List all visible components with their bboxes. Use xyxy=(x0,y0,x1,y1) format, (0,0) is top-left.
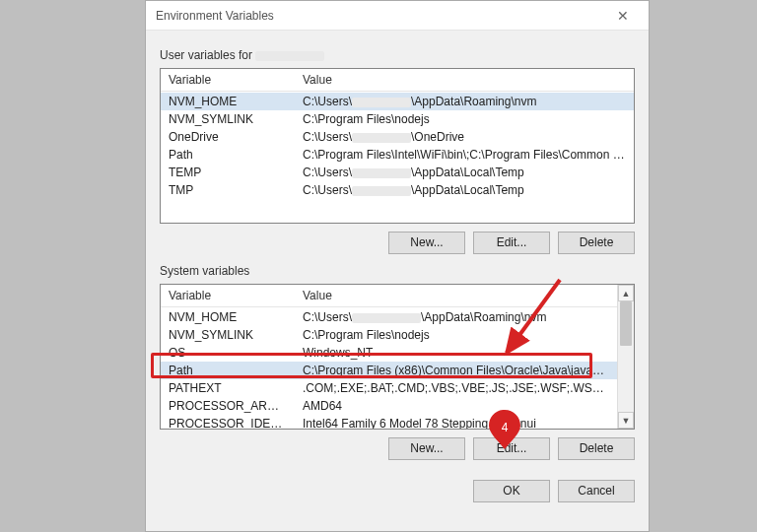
column-variable[interactable]: Variable xyxy=(161,69,295,91)
system-edit-button[interactable]: Edit... xyxy=(473,437,550,460)
variable-cell: TEMP xyxy=(161,165,295,180)
system-variables-list[interactable]: Variable Value NVM_HOMEC:\Users\\AppData… xyxy=(160,284,635,430)
table-row[interactable]: PROCESSOR_ARCHITECTU...AMD64 xyxy=(161,397,617,415)
variable-cell: OS xyxy=(161,345,295,361)
cancel-button[interactable]: Cancel xyxy=(558,480,635,502)
table-row[interactable]: NVM_HOMEC:\Users\\AppData\Roaming\nvm xyxy=(161,93,634,110)
system-new-button[interactable]: New... xyxy=(388,437,465,460)
redacted-username xyxy=(255,51,324,61)
system-list-header[interactable]: Variable Value xyxy=(161,285,634,307)
variable-cell: Path xyxy=(161,147,295,163)
ok-button[interactable]: OK xyxy=(473,480,550,502)
user-new-button[interactable]: New... xyxy=(388,232,465,254)
table-row[interactable]: PATHEXT.COM;.EXE;.BAT;.CMD;.VBS;.VBE;.JS… xyxy=(161,379,617,397)
variable-cell: NVM_HOME xyxy=(161,309,295,325)
table-row[interactable]: TEMPC:\Users\\AppData\Local\Temp xyxy=(161,164,634,181)
table-row[interactable]: NVM_SYMLINKC:\Program Files\nodejs xyxy=(161,326,617,344)
value-cell: C:\Program Files (x86)\Common Files\Orac… xyxy=(295,363,617,378)
value-cell: Windows_NT xyxy=(295,345,617,361)
scroll-track[interactable] xyxy=(618,301,634,412)
value-cell: C:\Users\\AppData\Local\Temp xyxy=(295,165,634,180)
value-cell: C:\Users\\OneDrive xyxy=(295,129,634,145)
user-button-row: New... Edit... Delete xyxy=(160,232,635,254)
env-vars-dialog: Environment Variables ✕ User variables f… xyxy=(145,0,650,532)
value-cell: AMD64 xyxy=(295,398,617,414)
window-title: Environment Variables xyxy=(156,1,274,31)
column-value[interactable]: Value xyxy=(295,285,634,306)
scroll-down-icon[interactable]: ▼ xyxy=(618,412,634,429)
close-icon[interactable]: ✕ xyxy=(605,1,641,31)
user-variables-list[interactable]: Variable Value NVM_HOMEC:\Users\\AppData… xyxy=(160,68,635,224)
variable-cell: PROCESSOR_ARCHITECTU... xyxy=(161,398,295,414)
value-cell: C:\Users\\AppData\Roaming\nvm xyxy=(295,309,617,325)
value-cell: C:\Program Files\Intel\WiFi\bin\;C:\Prog… xyxy=(295,147,634,163)
table-row[interactable]: TMPC:\Users\\AppData\Local\Temp xyxy=(161,181,634,199)
variable-cell: NVM_SYMLINK xyxy=(161,327,295,343)
value-cell: C:\Users\\AppData\Local\Temp xyxy=(295,182,634,198)
variable-cell: NVM_SYMLINK xyxy=(161,111,295,127)
system-delete-button[interactable]: Delete xyxy=(558,437,635,460)
variable-cell: PROCESSOR_IDENTIFIER xyxy=(161,416,295,430)
value-cell: Intel64 Family 6 Model 78 Stepping 3, Ge… xyxy=(295,416,617,430)
table-row[interactable]: NVM_HOMEC:\Users\\AppData\Roaming\nvm xyxy=(161,308,617,326)
user-rows: NVM_HOMEC:\Users\\AppData\Roaming\nvmNVM… xyxy=(161,93,634,199)
value-cell: C:\Program Files\nodejs xyxy=(295,111,634,127)
system-variables-label: System variables xyxy=(160,264,635,278)
column-variable[interactable]: Variable xyxy=(161,285,295,306)
scroll-thumb[interactable] xyxy=(620,301,632,346)
column-value[interactable]: Value xyxy=(295,69,634,91)
variable-cell: NVM_HOME xyxy=(161,94,295,109)
user-list-header[interactable]: Variable Value xyxy=(161,69,634,92)
user-delete-button[interactable]: Delete xyxy=(558,232,635,254)
user-variables-group: User variables for Variable Value NVM_HO… xyxy=(160,48,635,254)
table-row[interactable]: PathC:\Program Files\Intel\WiFi\bin\;C:\… xyxy=(161,146,634,164)
variable-cell: TMP xyxy=(161,182,295,198)
variable-cell: PATHEXT xyxy=(161,380,295,396)
value-cell: .COM;.EXE;.BAT;.CMD;.VBS;.VBE;.JS;.JSE;.… xyxy=(295,380,617,396)
user-label-prefix: User variables for xyxy=(160,48,255,62)
system-rows: NVM_HOMEC:\Users\\AppData\Roaming\nvmNVM… xyxy=(161,308,617,430)
system-button-row: New... Edit... Delete xyxy=(160,437,635,460)
dialog-button-row: OK Cancel xyxy=(146,470,649,502)
titlebar: Environment Variables ✕ xyxy=(146,1,649,31)
value-cell: C:\Program Files\nodejs xyxy=(295,327,617,343)
dialog-content: User variables for Variable Value NVM_HO… xyxy=(146,31,649,470)
table-row[interactable]: OSWindows_NT xyxy=(161,344,617,362)
user-variables-label: User variables for xyxy=(160,48,635,62)
table-row[interactable]: PROCESSOR_IDENTIFIERIntel64 Family 6 Mod… xyxy=(161,415,617,430)
table-row[interactable]: OneDriveC:\Users\\OneDrive xyxy=(161,128,634,146)
system-variables-group: System variables Variable Value NVM_HOME… xyxy=(160,264,635,460)
table-row[interactable]: NVM_SYMLINKC:\Program Files\nodejs xyxy=(161,110,634,128)
value-cell: C:\Users\\AppData\Roaming\nvm xyxy=(295,94,634,109)
scrollbar[interactable]: ▲ ▼ xyxy=(617,285,634,429)
table-row[interactable]: PathC:\Program Files (x86)\Common Files\… xyxy=(161,362,617,379)
user-edit-button[interactable]: Edit... xyxy=(473,232,550,254)
variable-cell: Path xyxy=(161,363,295,378)
scroll-up-icon[interactable]: ▲ xyxy=(618,285,634,301)
variable-cell: OneDrive xyxy=(161,129,295,145)
